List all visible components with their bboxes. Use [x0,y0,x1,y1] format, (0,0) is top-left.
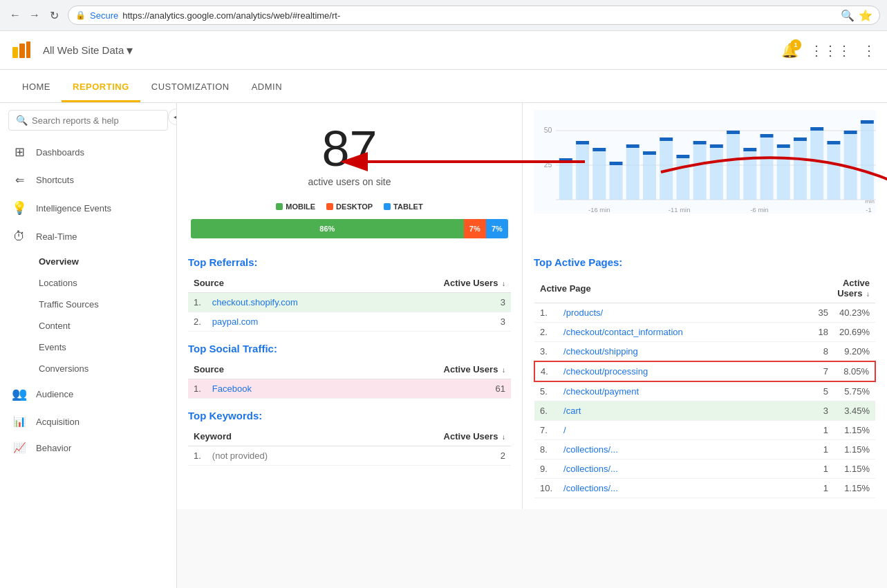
svg-rect-30 [727,131,740,134]
apps-button[interactable]: ⋮⋮⋮ [810,42,851,59]
account-name: All Web Site Data [43,44,124,56]
users-cell: 61 [331,379,511,399]
table-row: 9. /collections/... 1 1.15% [534,459,875,479]
source-cell[interactable]: Facebook [207,379,331,399]
mobile-segment: 86% [191,219,464,238]
right-chart-section: 50 25 [523,103,887,245]
svg-text:50: 50 [544,126,552,134]
users-pct-cell: 1.15% [834,421,875,440]
page-cell[interactable]: /collections/... [558,459,812,479]
svg-rect-40 [810,127,823,131]
top-keywords-table: Keyword Active Users ↓ 1. (not provided)… [188,427,511,466]
page-cell[interactable]: /collections/... [558,440,812,459]
bookmark-button[interactable]: ⭐ [859,9,872,22]
users-pct-cell: 1.15% [834,459,875,479]
svg-rect-44 [844,131,857,134]
sidebar-sub-conversions[interactable]: Conversions [28,358,176,379]
users-num-cell: 18 [812,323,833,342]
tab-customization[interactable]: CUSTOMIZATION [140,73,241,102]
svg-rect-12 [576,141,589,144]
forward-button[interactable]: → [26,7,43,23]
svg-rect-43 [844,134,857,200]
svg-rect-38 [794,137,807,141]
users-pct-cell: 1.15% [834,479,875,498]
table-row: 3. /checkout/shipping 8 9.20% [534,342,875,362]
keyword-cell[interactable]: (not provided) [207,446,352,466]
users-pct-cell: 3.45% [834,401,875,421]
svg-rect-36 [777,144,790,148]
svg-rect-10 [559,158,572,162]
sidebar-item-shortcuts[interactable]: ⇐ Shortcuts [0,167,176,193]
sort-icon-pages: ↓ [866,290,870,298]
sidebar-item-acquisition[interactable]: 📊 Acquisition [0,408,176,435]
users-num-cell: 1 [812,479,833,498]
active-users-label: active users on site [191,176,508,187]
search-input[interactable] [32,115,160,126]
address-bar[interactable]: 🔒 Secure https://analytics.google.com/an… [68,6,880,25]
desktop-segment: 7% [464,219,486,238]
top-referrals-title: Top Referrals: [188,256,511,268]
svg-rect-18 [626,144,639,148]
top-referrals-table: Source Active Users ↓ 1. checkout.shopif… [188,274,511,332]
page-cell[interactable]: / [558,421,812,440]
account-selector[interactable]: All Web Site Data ▾ [43,43,133,58]
behavior-icon: 📈 [11,442,28,454]
realtime-chart: 50 25 [534,110,876,214]
page-cell[interactable]: /checkout/shipping [558,342,812,362]
sidebar-sub-events[interactable]: Events [28,336,176,358]
sidebar-sub-content[interactable]: Content [28,315,176,336]
desktop-label: DESKTOP [336,202,373,211]
page-cell[interactable]: /checkout/processing [558,361,812,381]
sidebar-sub-traffic-sources[interactable]: Traffic Sources [28,294,176,315]
page-cell[interactable]: /cart [558,401,812,421]
behavior-label: Behavior [36,443,71,453]
more-options-button[interactable]: ⋮ [862,42,876,59]
page-cell[interactable]: /checkout/payment [558,381,812,401]
users-pct-cell: 8.05% [834,361,875,381]
table-row: 1. (not provided) 2 [188,446,511,466]
back-button[interactable]: ← [7,7,24,23]
top-area: 87 active users on site MOBILE DESKTOP [177,103,887,245]
page-cell[interactable]: /checkout/contact_information [558,323,812,342]
realtime-icon: ⏱ [11,229,28,244]
acquisition-icon: 📊 [11,415,28,428]
search-browser-button[interactable]: 🔍 [841,9,855,22]
sidebar-item-audience[interactable]: 👥 Audience [0,379,176,408]
sidebar-sub-locations[interactable]: Locations [28,272,176,294]
source-cell[interactable]: paypal.com [207,312,380,332]
page-cell[interactable]: /collections/... [558,479,812,498]
svg-rect-41 [827,144,840,200]
svg-rect-17 [626,148,639,200]
content-panels: Top Referrals: Source Active Users ↓ 1. [177,245,887,509]
browser-nav-buttons[interactable]: ← → ↻ [7,7,62,23]
sidebar-sub-overview[interactable]: Overview [28,251,176,272]
sidebar-item-realtime[interactable]: ⏱ Real-Time [0,222,176,251]
refresh-button[interactable]: ↻ [46,7,62,23]
users-pct-cell: 9.20% [834,342,875,362]
page-cell[interactable]: /products/ [558,303,812,323]
legend-desktop: DESKTOP [326,202,373,211]
intelligence-label: Intelligence Events [36,203,111,214]
tab-home[interactable]: HOME [11,73,62,102]
table-row: 2. paypal.com 3 [188,312,511,332]
dashboards-icon: ⊞ [11,144,28,160]
tab-admin[interactable]: ADMIN [241,73,293,102]
notification-button[interactable]: 🔔 1 [781,42,799,59]
realtime-label-text: Real-Time [36,231,77,242]
source-cell[interactable]: checkout.shopify.com [207,293,380,312]
svg-rect-19 [643,155,656,200]
users-pct-cell: 40.23% [834,303,875,323]
sidebar-collapse-button[interactable]: ◀ [168,108,177,125]
sidebar-item-dashboards[interactable]: ⊞ Dashboards [0,137,176,167]
sidebar-item-behavior[interactable]: 📈 Behavior [0,435,176,461]
audience-label: Audience [36,389,73,399]
row-num: 1. [534,303,558,323]
mobile-dot [276,203,283,210]
sidebar-item-intelligence-events[interactable]: 💡 Intelligence Events [0,193,176,222]
svg-text:-6 min: -6 min [750,207,768,214]
svg-text:-16 min: -16 min [588,207,610,214]
legend-tablet: TABLET [384,202,423,211]
search-box[interactable]: 🔍 [8,110,168,131]
svg-text:-1: -1 [866,207,871,214]
tab-reporting[interactable]: REPORTING [62,73,140,102]
